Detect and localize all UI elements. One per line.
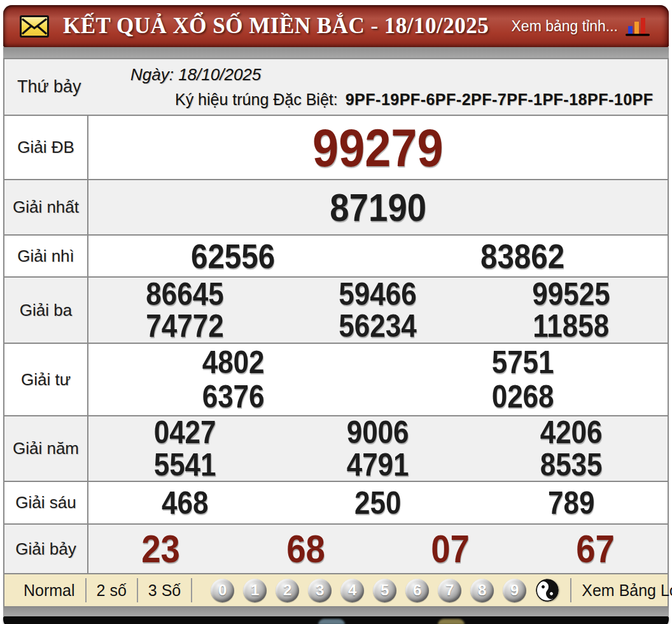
digit-ball-1[interactable]: 1 bbox=[243, 579, 267, 602]
prize-row-sixth: Giải sáu 468 250 789 bbox=[4, 481, 668, 523]
header-bar: KẾT QUẢ XỔ SỐ MIỀN BẮC - 18/10/2025 Xem … bbox=[3, 5, 669, 47]
prize-number: 4206 bbox=[540, 416, 602, 448]
date-info-row: Thứ bảy Ngày: 18/10/2025 Ký hiệu trúng Đ… bbox=[4, 59, 668, 115]
draw-date: Ngày: 18/10/2025 bbox=[106, 65, 261, 85]
prize-number: 99525 bbox=[532, 278, 610, 310]
bottom-gray-strip bbox=[3, 607, 669, 616]
weekday-label: Thứ bảy bbox=[4, 59, 106, 115]
mode-2-digits[interactable]: 2 số bbox=[87, 581, 137, 600]
prize-number: 8535 bbox=[540, 449, 602, 481]
digit-ball-5[interactable]: 5 bbox=[373, 579, 396, 602]
divider bbox=[191, 578, 192, 602]
prize-number: 83862 bbox=[480, 239, 564, 273]
prize-number: 9006 bbox=[347, 416, 409, 448]
prize-number: 468 bbox=[162, 487, 208, 519]
prize-number: 59466 bbox=[339, 278, 417, 310]
lottery-result-widget: KẾT QUẢ XỔ SỐ MIỀN BẮC - 18/10/2025 Xem … bbox=[3, 5, 669, 624]
prize-row-special: Giải ĐB 99279 bbox=[4, 115, 668, 179]
loto-table-link[interactable]: Xem Bảng Loto bbox=[582, 581, 672, 600]
digit-ball-9[interactable]: 9 bbox=[503, 579, 526, 602]
results-table: Thứ bảy Ngày: 18/10/2025 Ký hiệu trúng Đ… bbox=[3, 58, 669, 607]
prize-number: 99279 bbox=[312, 121, 444, 174]
prize-number: 5751 bbox=[492, 346, 554, 378]
prize-row-seventh: Giải bảy 23 68 07 67 bbox=[4, 523, 668, 573]
digit-ball-4[interactable]: 4 bbox=[340, 579, 364, 602]
prize-number: 11858 bbox=[533, 310, 609, 342]
prize-number: 87190 bbox=[330, 188, 426, 227]
digit-balls: 0 1 2 3 4 5 6 7 8 9 bbox=[206, 579, 564, 602]
divider bbox=[570, 578, 571, 602]
digit-ball-2[interactable]: 2 bbox=[276, 579, 299, 602]
prize-number: 789 bbox=[548, 487, 594, 519]
prize-number: 4802 bbox=[202, 346, 265, 378]
prize-number: 68 bbox=[286, 529, 325, 569]
prize-row-fourth: Giải tư 4802 5751 6376 0268 bbox=[4, 343, 668, 415]
prize-number: 0427 bbox=[154, 416, 216, 448]
digit-ball-8[interactable]: 8 bbox=[470, 579, 494, 602]
mode-normal[interactable]: Normal bbox=[13, 581, 85, 600]
prize-number: 6376 bbox=[202, 381, 265, 413]
prize-row-fifth: Giải năm 0427 9006 4206 5541 4791 8535 bbox=[4, 415, 668, 481]
prize-row-first: Giải nhất 87190 bbox=[4, 179, 668, 234]
prize-number: 86645 bbox=[146, 278, 223, 310]
prize-number: 62556 bbox=[191, 239, 275, 273]
prize-row-third: Giải ba 86645 59466 99525 74772 56234 11… bbox=[4, 276, 668, 343]
envelope-icon bbox=[20, 15, 49, 38]
prize-row-second: Giải nhì 62556 83862 bbox=[4, 234, 668, 276]
prize-number: 07 bbox=[431, 529, 470, 569]
loto-toolbar: Normal 2 số 3 Số 0 1 2 3 4 5 6 7 8 9 bbox=[4, 573, 668, 606]
special-symbol: Ký hiệu trúng Đặc Biệt:9PF-19PF-6PF-2PF-… bbox=[106, 90, 654, 109]
yin-yang-icon[interactable] bbox=[531, 574, 564, 607]
prize-number: 5541 bbox=[154, 449, 216, 481]
prize-number: 74772 bbox=[146, 310, 223, 342]
prize-number: 250 bbox=[354, 487, 401, 519]
page-title: KẾT QUẢ XỔ SỐ MIỀN BẮC - 18/10/2025 bbox=[63, 13, 489, 39]
digit-ball-7[interactable]: 7 bbox=[438, 579, 461, 602]
prize-number: 67 bbox=[576, 529, 615, 569]
digit-ball-3[interactable]: 3 bbox=[308, 579, 332, 602]
mode-3-digits[interactable]: 3 Số bbox=[138, 581, 191, 600]
prize-number: 23 bbox=[141, 529, 180, 569]
digit-ball-0[interactable]: 0 bbox=[211, 579, 234, 602]
province-table-link[interactable]: Xem bảng tỉnh... bbox=[512, 18, 619, 35]
digit-ball-6[interactable]: 6 bbox=[405, 579, 429, 602]
top-gray-strip bbox=[3, 47, 669, 58]
bar-chart-icon[interactable] bbox=[624, 17, 651, 39]
special-symbol-codes: 9PF-19PF-6PF-2PF-7PF-1PF-18PF-10PF bbox=[346, 90, 654, 108]
cutoff-decoration bbox=[318, 619, 345, 624]
prize-number: 56234 bbox=[339, 310, 417, 342]
prize-number: 4791 bbox=[347, 449, 409, 481]
cutoff-decoration bbox=[438, 619, 465, 624]
prize-number: 0268 bbox=[492, 381, 554, 413]
